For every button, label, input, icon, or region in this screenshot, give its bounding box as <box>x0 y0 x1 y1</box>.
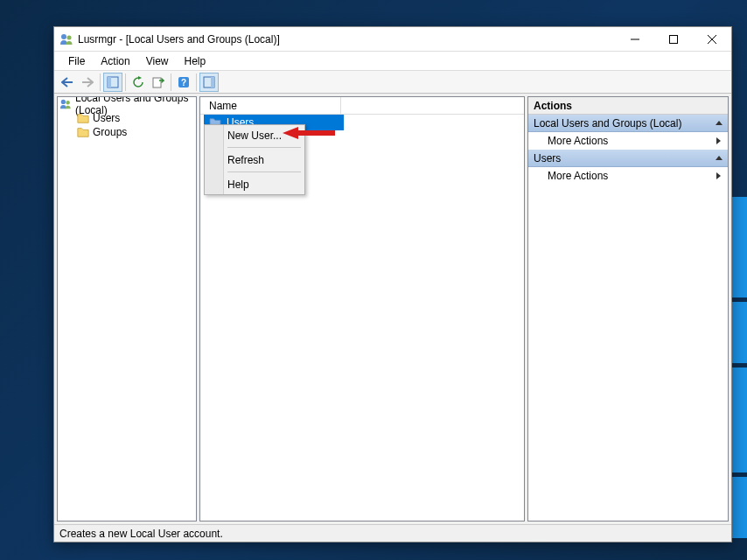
actions-section-users-label: Users <box>534 152 561 164</box>
context-help[interactable]: Help <box>205 174 304 194</box>
back-button[interactable] <box>58 73 77 92</box>
menu-action[interactable]: Action <box>94 53 136 69</box>
menu-help[interactable]: Help <box>178 53 213 69</box>
tree-item-groups[interactable]: Groups <box>58 125 196 139</box>
tree-groups-label: Groups <box>93 126 127 138</box>
folder-icon <box>77 112 89 124</box>
export-list-button[interactable] <box>149 73 168 92</box>
context-menu: New User... Refresh Help <box>204 124 305 195</box>
column-header-label: Name <box>209 100 237 112</box>
maximize-button[interactable] <box>654 27 693 51</box>
app-icon <box>59 32 73 46</box>
actions-more-users[interactable]: More Actions <box>528 167 728 185</box>
svg-point-1 <box>67 35 72 39</box>
window-title: Lusrmgr - [Local Users and Groups (Local… <box>78 33 616 46</box>
menubar: File Action View Help <box>54 52 731 71</box>
list-pane: Name Users New User... Refresh Help <box>199 96 525 522</box>
collapse-icon <box>716 121 723 125</box>
svg-rect-7 <box>108 77 111 88</box>
context-refresh[interactable]: Refresh <box>205 150 304 170</box>
actions-more-users-label: More Actions <box>548 170 608 182</box>
svg-point-13 <box>61 100 66 104</box>
actions-section-root-label: Local Users and Groups (Local) <box>534 117 681 130</box>
tree-pane: Local Users and Groups (Local) Users Gro… <box>57 96 197 522</box>
close-button[interactable] <box>693 27 731 51</box>
context-new-user-label: New User... <box>227 130 282 142</box>
context-help-label: Help <box>227 178 249 191</box>
menu-file[interactable]: File <box>61 53 92 69</box>
status-text: Creates a new Local User account. <box>59 528 223 540</box>
svg-point-14 <box>66 101 69 104</box>
svg-rect-12 <box>211 77 214 88</box>
svg-rect-3 <box>670 35 678 43</box>
svg-rect-8 <box>153 78 161 88</box>
tree-root[interactable]: Local Users and Groups (Local) <box>58 97 196 111</box>
chevron-right-icon <box>716 137 721 144</box>
statusbar: Creates a new Local User account. <box>54 524 731 542</box>
desktop-decor <box>731 0 747 560</box>
titlebar[interactable]: Lusrmgr - [Local Users and Groups (Local… <box>54 27 731 52</box>
context-new-user[interactable]: New User... <box>205 125 304 145</box>
actions-section-users[interactable]: Users <box>528 150 728 167</box>
actions-more-root-label: More Actions <box>548 135 608 147</box>
help-button[interactable]: ? <box>174 73 193 92</box>
chevron-right-icon <box>716 172 721 179</box>
svg-text:?: ? <box>181 78 186 88</box>
actions-more-root[interactable]: More Actions <box>528 132 728 150</box>
actions-panel-title: Actions <box>528 97 728 115</box>
actions-section-root[interactable]: Local Users and Groups (Local) <box>528 115 728 132</box>
context-refresh-label: Refresh <box>227 154 264 166</box>
show-hide-action-pane-button[interactable] <box>199 73 219 92</box>
svg-point-0 <box>61 34 66 39</box>
column-header-name[interactable]: Name <box>200 97 524 115</box>
refresh-button[interactable] <box>129 73 148 92</box>
folder-icon <box>77 126 89 138</box>
show-hide-tree-button[interactable] <box>103 73 122 92</box>
tree-users-label: Users <box>93 112 120 124</box>
minimize-button[interactable] <box>616 27 654 51</box>
actions-pane: Actions Local Users and Groups (Local) M… <box>527 96 729 522</box>
toolbar: ? <box>54 71 731 94</box>
users-groups-icon <box>59 98 72 110</box>
lusrmgr-window: Lusrmgr - [Local Users and Groups (Local… <box>53 26 732 542</box>
menu-view[interactable]: View <box>139 53 176 69</box>
collapse-icon <box>716 156 723 160</box>
forward-button[interactable] <box>78 73 97 92</box>
